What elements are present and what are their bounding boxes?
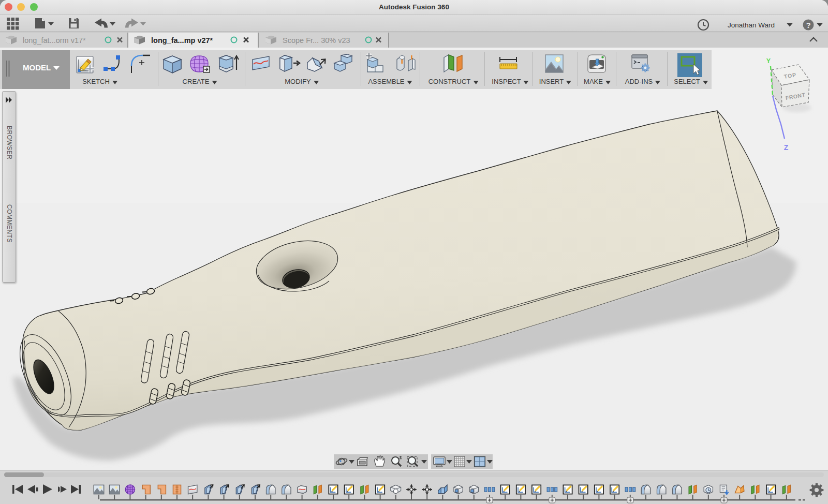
svg-text:Y: Y bbox=[766, 57, 771, 65]
svg-text:long_fat...orm v17*: long_fat...orm v17* bbox=[23, 36, 86, 45]
svg-text:long_fa...mp v27*: long_fa...mp v27* bbox=[151, 36, 213, 45]
svg-text:Scope Fr... 30% v23: Scope Fr... 30% v23 bbox=[283, 36, 350, 45]
svg-text:Jonathan Ward: Jonathan Ward bbox=[728, 21, 775, 29]
svg-text:Z: Z bbox=[784, 143, 789, 152]
svg-text:?: ? bbox=[806, 21, 810, 29]
